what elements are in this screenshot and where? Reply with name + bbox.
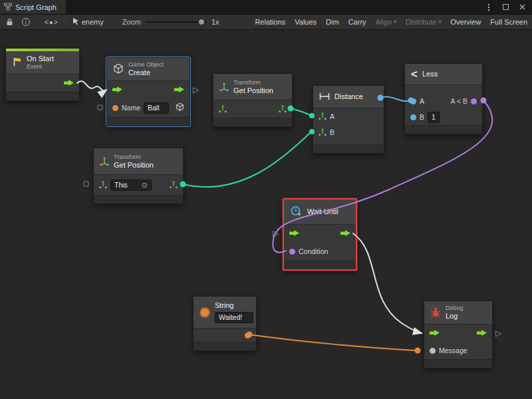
- carry-button[interactable]: Carry: [344, 15, 371, 29]
- vector3-input-b-port[interactable]: [319, 128, 327, 137]
- string-value-field[interactable]: Waited!: [215, 312, 253, 323]
- zoom-slider-handle[interactable]: [198, 19, 205, 25]
- dim-button[interactable]: Dim: [321, 15, 344, 29]
- relations-button[interactable]: Relations: [250, 15, 290, 29]
- flow-continuation-icon[interactable]: ▷: [273, 229, 279, 237]
- timer-icon: [290, 205, 303, 219]
- align-dropdown[interactable]: Align▾: [371, 15, 401, 29]
- window-menu-icon[interactable]: [485, 3, 493, 11]
- node-footer: [313, 144, 384, 153]
- flag-icon: [12, 57, 22, 68]
- node-create-game-object[interactable]: Game Object Create Name Ball: [106, 57, 190, 126]
- node-footer: [6, 92, 79, 100]
- node-category: Game Object: [128, 61, 164, 68]
- message-input-port[interactable]: [430, 348, 436, 354]
- node-less[interactable]: < Less A A < B B 1: [404, 63, 483, 134]
- tab-script-graph[interactable]: Script Graph: [0, 0, 66, 14]
- flow-input-port[interactable]: [289, 229, 300, 238]
- graph-name-label: enemy: [82, 18, 104, 26]
- input-b-label: B: [330, 128, 334, 136]
- flow-continuation-icon[interactable]: ▷: [193, 86, 199, 94]
- lock-icon[interactable]: [3, 15, 16, 29]
- string-output-port[interactable]: [245, 332, 251, 338]
- window-title: Script Graph: [15, 3, 57, 11]
- info-icon[interactable]: i: [22, 18, 30, 26]
- node-debug-log[interactable]: Debug Log Message: [424, 301, 493, 368]
- input-b-label: B: [420, 113, 424, 121]
- distribute-dropdown[interactable]: Distribute▾: [401, 15, 446, 29]
- zoom-slider[interactable]: [146, 18, 207, 26]
- flow-continuation-icon[interactable]: ▷: [495, 329, 501, 337]
- node-title: Wait Until: [307, 207, 338, 216]
- vector3-output-port[interactable]: [279, 104, 287, 114]
- message-label: Message: [439, 346, 467, 354]
- less-icon: <: [411, 68, 418, 80]
- values-button[interactable]: Values: [290, 15, 321, 29]
- string-input-port[interactable]: [112, 105, 118, 111]
- flow-input-port[interactable]: [429, 329, 440, 338]
- node-wait-until[interactable]: Wait Until Condition: [283, 198, 357, 271]
- code-icon[interactable]: <●>: [45, 19, 59, 26]
- transform-icon: [100, 156, 109, 167]
- transform-input-port[interactable]: [99, 180, 107, 190]
- graph-name: enemy: [72, 17, 104, 27]
- condition-input-port[interactable]: [289, 249, 295, 255]
- vector3-output-port[interactable]: [170, 180, 178, 190]
- node-footer: [284, 261, 356, 269]
- input-a-label: A: [420, 97, 424, 105]
- node-footer: [107, 117, 190, 126]
- target-field[interactable]: This ⊙: [110, 180, 152, 191]
- node-title: Log: [446, 312, 464, 321]
- unconnected-target-port[interactable]: [83, 181, 89, 187]
- number-input-b-port[interactable]: [410, 114, 416, 120]
- name-field[interactable]: Ball: [144, 102, 169, 114]
- chevron-down-icon: ▾: [394, 19, 396, 25]
- node-get-position-top[interactable]: Transform Get Position: [213, 73, 293, 127]
- transform-input-port[interactable]: [219, 104, 227, 114]
- graph-pointer-icon: [72, 17, 79, 27]
- node-footer: [405, 125, 482, 134]
- node-footer: [213, 118, 292, 126]
- zoom-value: 1x: [211, 18, 219, 26]
- node-footer: [194, 342, 256, 350]
- number-input-a-port[interactable]: [410, 98, 416, 104]
- bool-output-port[interactable]: [471, 98, 477, 104]
- maximize-icon[interactable]: [501, 3, 509, 11]
- input-a-label: A: [330, 112, 334, 120]
- flow-output-port[interactable]: [63, 79, 74, 88]
- node-category: Transform: [114, 154, 154, 161]
- node-get-position-bottom[interactable]: Transform Get Position This ⊙: [93, 148, 184, 204]
- node-title: On Start: [27, 55, 54, 63]
- node-title: Less: [422, 70, 438, 78]
- cube-icon: [113, 63, 124, 76]
- script-graph-window: Script Graph i <●>: [0, 0, 532, 399]
- object-picker-icon[interactable]: ⊙: [142, 181, 148, 190]
- full-screen-button[interactable]: Full Screen: [485, 15, 532, 29]
- graph-window-icon: [4, 3, 12, 12]
- game-object-output-port[interactable]: [176, 102, 184, 113]
- zoom-label: Zoom: [122, 18, 141, 26]
- flow-output-port[interactable]: [174, 86, 185, 94]
- node-string-literal[interactable]: String Waited!: [193, 296, 257, 351]
- chevron-down-icon: ▾: [439, 19, 442, 25]
- flow-output-port[interactable]: [340, 229, 351, 238]
- node-distance[interactable]: Distance A B: [313, 85, 384, 154]
- toolbar-buttons: Relations Values Dim Carry Align▾ Distri…: [250, 15, 532, 29]
- unconnected-target-port[interactable]: [97, 104, 103, 110]
- node-category: Transform: [233, 79, 273, 86]
- node-on-start-event[interactable]: On Start Event: [5, 48, 80, 101]
- node-footer: [94, 195, 183, 203]
- string-type-icon: [200, 307, 210, 318]
- condition-label: Condition: [299, 247, 328, 255]
- flow-input-port[interactable]: [112, 86, 123, 94]
- node-category: Debug: [446, 305, 464, 312]
- overview-button[interactable]: Overview: [446, 15, 486, 29]
- vector3-input-a-port[interactable]: [319, 112, 327, 121]
- node-title: Get Position: [233, 86, 273, 95]
- node-footer: [424, 359, 492, 368]
- node-title: Get Position: [114, 161, 154, 170]
- titlebar: Script Graph: [0, 0, 532, 15]
- close-icon[interactable]: [518, 3, 526, 11]
- b-value-field[interactable]: 1: [428, 112, 440, 123]
- flow-output-port[interactable]: [476, 329, 487, 338]
